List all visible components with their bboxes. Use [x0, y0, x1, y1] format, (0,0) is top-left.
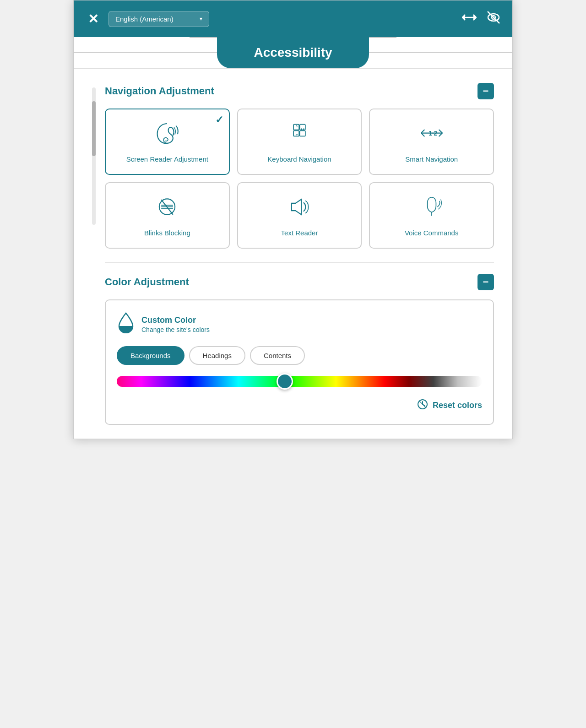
card-label-keyboard-nav: Keyboard Navigation	[267, 155, 331, 163]
nav-grid: ✓ Screen Reader Adjustment	[105, 109, 494, 249]
color-card-header: Custom Color Change the site's colors	[117, 311, 482, 337]
speaker-icon	[286, 194, 313, 223]
color-drop-icon	[117, 311, 135, 337]
card-label-text-reader: Text Reader	[281, 229, 318, 237]
top-bar-actions	[462, 10, 501, 28]
scrollbar-track[interactable]	[92, 87, 96, 225]
card-keyboard-nav[interactable]: Keyboard Navigation	[237, 109, 362, 175]
svg-rect-6	[293, 130, 299, 136]
color-section-header: Color Adjustment −	[105, 274, 494, 290]
scrollbar-thumb[interactable]	[92, 101, 96, 156]
svg-rect-5	[300, 125, 305, 130]
card-label-smart-nav: Smart Navigation	[405, 155, 458, 163]
smart-nav-icon: 1·2	[418, 120, 445, 150]
color-collapse-button[interactable]: −	[477, 274, 494, 290]
card-label-blinks: Blinks Blocking	[144, 229, 190, 237]
svg-rect-7	[300, 130, 305, 136]
color-section-title: Color Adjustment	[105, 276, 189, 288]
eye-off-icon[interactable]	[486, 10, 501, 28]
card-smart-nav[interactable]: 1·2 Smart Navigation	[369, 109, 494, 175]
keyboard-icon	[286, 120, 313, 150]
section-divider	[105, 262, 494, 263]
color-card-info: Custom Color Change the site's colors	[141, 315, 210, 333]
color-tabs: Backgrounds Headings Contents	[117, 346, 482, 365]
content-area: Navigation Adjustment − ✓	[105, 83, 494, 425]
reset-icon	[416, 398, 429, 413]
blinks-icon	[153, 194, 181, 223]
reset-label: Reset colors	[433, 401, 482, 410]
language-selector[interactable]: English (American) ▾	[109, 11, 209, 27]
nav-collapse-button[interactable]: −	[477, 83, 494, 99]
svg-text:1·2: 1·2	[429, 130, 437, 137]
color-card: Custom Color Change the site's colors Ba…	[105, 299, 494, 425]
nav-section-header: Navigation Adjustment −	[105, 83, 494, 99]
color-slider-thumb[interactable]	[277, 373, 293, 390]
nav-section-title: Navigation Adjustment	[105, 85, 214, 97]
card-screen-reader[interactable]: ✓ Screen Reader Adjustment	[105, 109, 230, 175]
language-label: English (American)	[115, 15, 174, 23]
card-text-reader[interactable]: Text Reader	[237, 182, 362, 249]
svg-line-14	[161, 200, 173, 215]
color-slider-container[interactable]	[117, 376, 482, 387]
title-text: Accessibility	[254, 45, 332, 60]
card-blinks-blocking[interactable]: Blinks Blocking	[105, 182, 230, 249]
check-icon: ✓	[215, 114, 223, 126]
svg-rect-4	[293, 125, 299, 130]
card-voice-commands[interactable]: Voice Commands	[369, 182, 494, 249]
custom-color-subtitle: Change the site's colors	[141, 326, 210, 333]
tab-backgrounds[interactable]: Backgrounds	[117, 346, 184, 365]
resize-icon[interactable]	[462, 12, 477, 26]
custom-color-title: Custom Color	[141, 315, 210, 325]
close-button[interactable]: ✕	[85, 11, 101, 27]
card-label-voice-commands: Voice Commands	[405, 229, 459, 237]
page-title: Accessibility	[217, 37, 369, 68]
card-label-screen-reader: Screen Reader Adjustment	[126, 155, 208, 163]
title-area: Accessibility	[74, 37, 512, 69]
tab-headings[interactable]: Headings	[189, 346, 245, 365]
app-container: ✕ English (American) ▾	[73, 0, 513, 439]
voice-icon	[418, 194, 445, 223]
color-slider-track[interactable]	[117, 376, 482, 387]
ear-icon	[153, 120, 181, 150]
tab-contents[interactable]: Contents	[250, 346, 305, 365]
chevron-down-icon: ▾	[200, 16, 202, 22]
main-content: Navigation Adjustment − ✓	[74, 69, 512, 439]
top-bar: ✕ English (American) ▾	[74, 0, 512, 37]
reset-colors-button[interactable]: Reset colors	[117, 398, 482, 413]
